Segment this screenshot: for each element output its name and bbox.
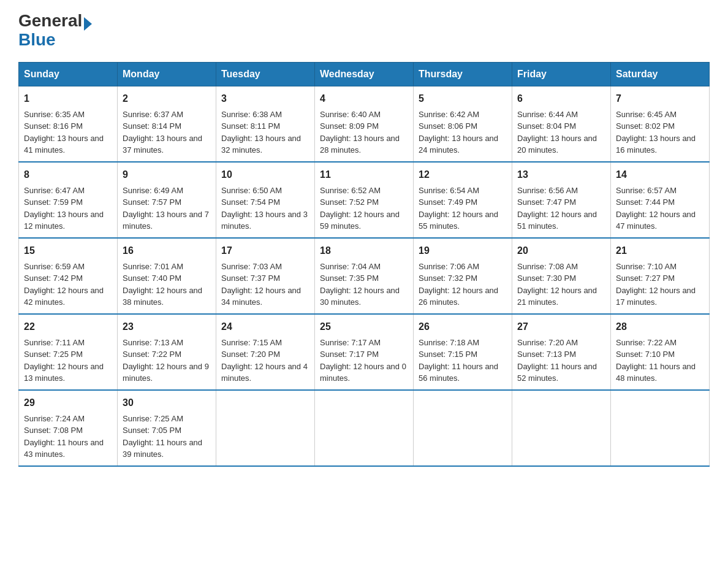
day-info: Sunrise: 7:25 AMSunset: 7:05 PMDaylight:…: [123, 414, 202, 459]
day-info: Sunrise: 7:06 AMSunset: 7:32 PMDaylight:…: [419, 262, 498, 307]
day-number: 18: [320, 243, 408, 258]
calendar-cell: [414, 390, 512, 466]
day-number: 13: [517, 167, 605, 182]
calendar-cell: 16Sunrise: 7:01 AMSunset: 7:40 PMDayligh…: [118, 238, 216, 314]
day-number: 27: [517, 320, 605, 334]
day-info: Sunrise: 6:59 AMSunset: 7:42 PMDaylight:…: [24, 262, 104, 307]
day-number: 8: [24, 167, 112, 182]
day-info: Sunrise: 6:44 AMSunset: 8:04 PMDaylight:…: [517, 110, 597, 155]
day-number: 21: [616, 243, 704, 258]
day-header-thursday: Thursday: [414, 62, 512, 86]
day-info: Sunrise: 6:52 AMSunset: 7:52 PMDaylight:…: [320, 186, 400, 231]
day-info: Sunrise: 6:42 AMSunset: 8:06 PMDaylight:…: [419, 110, 498, 155]
calendar-week-row: 1Sunrise: 6:35 AMSunset: 8:16 PMDaylight…: [19, 86, 710, 162]
day-number: 22: [24, 320, 112, 334]
calendar-cell: 5Sunrise: 6:42 AMSunset: 8:06 PMDaylight…: [414, 86, 512, 162]
day-info: Sunrise: 6:35 AMSunset: 8:16 PMDaylight:…: [24, 110, 104, 155]
day-number: 30: [123, 396, 211, 410]
day-number: 4: [320, 91, 408, 106]
calendar-cell: 15Sunrise: 6:59 AMSunset: 7:42 PMDayligh…: [19, 238, 118, 314]
calendar-cell: 8Sunrise: 6:47 AMSunset: 7:59 PMDaylight…: [19, 162, 118, 238]
day-header-monday: Monday: [118, 62, 216, 86]
day-number: 12: [419, 167, 507, 182]
day-number: 14: [616, 167, 704, 182]
day-info: Sunrise: 6:38 AMSunset: 8:11 PMDaylight:…: [221, 110, 301, 155]
calendar-week-row: 15Sunrise: 6:59 AMSunset: 7:42 PMDayligh…: [19, 238, 710, 314]
calendar-cell: 11Sunrise: 6:52 AMSunset: 7:52 PMDayligh…: [315, 162, 414, 238]
calendar-cell: 9Sunrise: 6:49 AMSunset: 7:57 PMDaylight…: [118, 162, 216, 238]
day-number: 23: [123, 320, 211, 334]
day-info: Sunrise: 7:20 AMSunset: 7:13 PMDaylight:…: [517, 338, 597, 383]
day-info: Sunrise: 6:54 AMSunset: 7:49 PMDaylight:…: [419, 186, 498, 231]
day-number: 25: [320, 320, 408, 334]
day-header-saturday: Saturday: [611, 62, 710, 86]
calendar-cell: 7Sunrise: 6:45 AMSunset: 8:02 PMDaylight…: [611, 86, 710, 162]
calendar-cell: 25Sunrise: 7:17 AMSunset: 7:17 PMDayligh…: [315, 314, 414, 390]
calendar-cell: 4Sunrise: 6:40 AMSunset: 8:09 PMDaylight…: [315, 86, 414, 162]
calendar-cell: 18Sunrise: 7:04 AMSunset: 7:35 PMDayligh…: [315, 238, 414, 314]
day-header-friday: Friday: [512, 62, 611, 86]
day-info: Sunrise: 6:37 AMSunset: 8:14 PMDaylight:…: [123, 110, 202, 155]
day-info: Sunrise: 6:57 AMSunset: 7:44 PMDaylight:…: [616, 186, 696, 231]
logo-blue-line: Blue: [18, 31, 92, 50]
day-number: 15: [24, 243, 112, 258]
calendar-week-row: 22Sunrise: 7:11 AMSunset: 7:25 PMDayligh…: [19, 314, 710, 390]
calendar-cell: 2Sunrise: 6:37 AMSunset: 8:14 PMDaylight…: [118, 86, 216, 162]
calendar-cell: 20Sunrise: 7:08 AMSunset: 7:30 PMDayligh…: [512, 238, 611, 314]
day-number: 26: [419, 320, 507, 334]
day-info: Sunrise: 6:47 AMSunset: 7:59 PMDaylight:…: [24, 186, 104, 231]
calendar-table: SundayMondayTuesdayWednesdayThursdayFrid…: [18, 62, 710, 467]
calendar-cell: [315, 390, 414, 466]
day-number: 10: [221, 167, 309, 182]
day-info: Sunrise: 6:40 AMSunset: 8:09 PMDaylight:…: [320, 110, 400, 155]
calendar-cell: 24Sunrise: 7:15 AMSunset: 7:20 PMDayligh…: [216, 314, 315, 390]
day-number: 24: [221, 320, 309, 334]
day-info: Sunrise: 7:03 AMSunset: 7:37 PMDaylight:…: [221, 262, 301, 307]
day-info: Sunrise: 7:22 AMSunset: 7:10 PMDaylight:…: [616, 338, 696, 383]
calendar-cell: 6Sunrise: 6:44 AMSunset: 8:04 PMDaylight…: [512, 86, 611, 162]
calendar-cell: [216, 390, 315, 466]
calendar-cell: 26Sunrise: 7:18 AMSunset: 7:15 PMDayligh…: [414, 314, 512, 390]
logo: General Blue: [18, 12, 92, 50]
calendar-cell: 19Sunrise: 7:06 AMSunset: 7:32 PMDayligh…: [414, 238, 512, 314]
calendar-week-row: 8Sunrise: 6:47 AMSunset: 7:59 PMDaylight…: [19, 162, 710, 238]
day-info: Sunrise: 7:04 AMSunset: 7:35 PMDaylight:…: [320, 262, 400, 307]
page-header: General Blue: [18, 12, 710, 50]
day-number: 1: [24, 91, 112, 106]
calendar-cell: 10Sunrise: 6:50 AMSunset: 7:54 PMDayligh…: [216, 162, 315, 238]
calendar-cell: 23Sunrise: 7:13 AMSunset: 7:22 PMDayligh…: [118, 314, 216, 390]
day-number: 20: [517, 243, 605, 258]
day-info: Sunrise: 6:50 AMSunset: 7:54 PMDaylight:…: [221, 186, 308, 231]
calendar-cell: 28Sunrise: 7:22 AMSunset: 7:10 PMDayligh…: [611, 314, 710, 390]
day-number: 17: [221, 243, 309, 258]
logo-wordmark: General: [18, 12, 92, 31]
day-header-tuesday: Tuesday: [216, 62, 315, 86]
day-number: 2: [123, 91, 211, 106]
calendar-cell: 12Sunrise: 6:54 AMSunset: 7:49 PMDayligh…: [414, 162, 512, 238]
day-number: 9: [123, 167, 211, 182]
day-number: 7: [616, 91, 704, 106]
day-number: 16: [123, 243, 211, 258]
day-number: 5: [419, 91, 507, 106]
day-number: 29: [24, 396, 112, 410]
day-info: Sunrise: 7:24 AMSunset: 7:08 PMDaylight:…: [24, 414, 104, 459]
day-number: 6: [517, 91, 605, 106]
day-info: Sunrise: 6:45 AMSunset: 8:02 PMDaylight:…: [616, 110, 696, 155]
calendar-week-row: 29Sunrise: 7:24 AMSunset: 7:08 PMDayligh…: [19, 390, 710, 466]
calendar-header-row: SundayMondayTuesdayWednesdayThursdayFrid…: [19, 62, 710, 86]
calendar-cell: 21Sunrise: 7:10 AMSunset: 7:27 PMDayligh…: [611, 238, 710, 314]
calendar-cell: 13Sunrise: 6:56 AMSunset: 7:47 PMDayligh…: [512, 162, 611, 238]
calendar-cell: 17Sunrise: 7:03 AMSunset: 7:37 PMDayligh…: [216, 238, 315, 314]
day-info: Sunrise: 7:11 AMSunset: 7:25 PMDaylight:…: [24, 338, 104, 383]
day-info: Sunrise: 7:15 AMSunset: 7:20 PMDaylight:…: [221, 338, 308, 383]
calendar-cell: 22Sunrise: 7:11 AMSunset: 7:25 PMDayligh…: [19, 314, 118, 390]
day-info: Sunrise: 7:01 AMSunset: 7:40 PMDaylight:…: [123, 262, 202, 307]
calendar-cell: 3Sunrise: 6:38 AMSunset: 8:11 PMDaylight…: [216, 86, 315, 162]
day-number: 28: [616, 320, 704, 334]
calendar-cell: 29Sunrise: 7:24 AMSunset: 7:08 PMDayligh…: [19, 390, 118, 466]
calendar-cell: 27Sunrise: 7:20 AMSunset: 7:13 PMDayligh…: [512, 314, 611, 390]
calendar-cell: 14Sunrise: 6:57 AMSunset: 7:44 PMDayligh…: [611, 162, 710, 238]
calendar-cell: [611, 390, 710, 466]
day-info: Sunrise: 6:49 AMSunset: 7:57 PMDaylight:…: [123, 186, 209, 231]
day-info: Sunrise: 6:56 AMSunset: 7:47 PMDaylight:…: [517, 186, 597, 231]
